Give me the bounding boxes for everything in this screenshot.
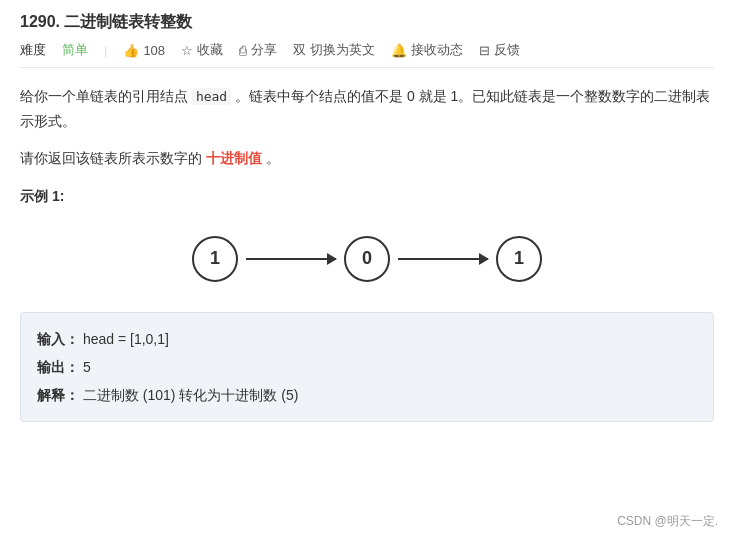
input-row: 输入： head = [1,0,1] [37, 325, 697, 353]
output-label: 输出： [37, 359, 79, 375]
lang-icon: 双 [293, 41, 306, 59]
page-container: 1290. 二进制链表转整数 难度 简单 | 👍 108 ☆ 收藏 ⎙ 分享 双… [0, 0, 734, 540]
switch-lang-label: 切换为英文 [310, 41, 375, 59]
share-label: 分享 [251, 41, 277, 59]
output-row: 输出： 5 [37, 353, 697, 381]
arrow-line-2 [398, 258, 488, 260]
difficulty-label: 难度 [20, 41, 46, 59]
arrow-line-1 [246, 258, 336, 260]
description-block: 给你一个单链表的引用结点 head 。链表中每个结点的值不是 0 就是 1。已知… [20, 84, 714, 134]
subscribe-label: 接收动态 [411, 41, 463, 59]
problem-title: 1290. 二进制链表转整数 [20, 12, 714, 33]
node-1: 1 [192, 236, 238, 282]
like-icon: 👍 [123, 43, 139, 58]
collect-label: 收藏 [197, 41, 223, 59]
desc2-highlight: 十进制值 [206, 150, 262, 166]
input-value: head = [1,0,1] [83, 331, 169, 347]
output-value: 5 [83, 359, 91, 375]
diagram-area: 1 0 1 [20, 226, 714, 292]
feedback-button[interactable]: ⊟ 反馈 [479, 41, 520, 59]
example-title: 示例 1: [20, 188, 714, 206]
feedback-label: 反馈 [494, 41, 520, 59]
desc-head-word: head [192, 88, 231, 105]
description-line2: 请你返回该链表所表示数字的 十进制值 。 [20, 146, 714, 171]
node-2: 0 [344, 236, 390, 282]
share-icon: ⎙ [239, 43, 247, 58]
node-2-value: 0 [362, 248, 372, 269]
subscribe-button[interactable]: 🔔 接收动态 [391, 41, 463, 59]
explain-row: 解释： 二进制数 (101) 转化为十进制数 (5) [37, 381, 697, 409]
desc2-prefix: 请你返回该链表所表示数字的 [20, 150, 206, 166]
switch-lang-button[interactable]: 双 切换为英文 [293, 41, 375, 59]
desc2-suffix: 。 [262, 150, 280, 166]
explain-label: 解释： [37, 387, 79, 403]
like-count: 108 [143, 43, 165, 58]
like-button[interactable]: 👍 108 [123, 43, 165, 58]
node-3: 1 [496, 236, 542, 282]
example-io-box: 输入： head = [1,0,1] 输出： 5 解释： 二进制数 (101) … [20, 312, 714, 422]
sep1: | [104, 43, 107, 58]
arrow-1 [246, 258, 336, 260]
node-3-value: 1 [514, 248, 524, 269]
meta-row: 难度 简单 | 👍 108 ☆ 收藏 ⎙ 分享 双 切换为英文 🔔 接收动态 ⊟… [20, 41, 714, 68]
difficulty-level: 简单 [62, 41, 88, 59]
bell-icon: 🔔 [391, 43, 407, 58]
arrow-2 [398, 258, 488, 260]
star-icon: ☆ [181, 43, 193, 58]
input-label: 输入： [37, 331, 79, 347]
feedback-icon: ⊟ [479, 43, 490, 58]
node-1-value: 1 [210, 248, 220, 269]
collect-button[interactable]: ☆ 收藏 [181, 41, 223, 59]
share-button[interactable]: ⎙ 分享 [239, 41, 277, 59]
desc-prefix: 给你一个单链表的引用结点 [20, 88, 192, 104]
watermark: CSDN @明天一定. [617, 513, 718, 530]
explain-value: 二进制数 (101) 转化为十进制数 (5) [83, 387, 298, 403]
